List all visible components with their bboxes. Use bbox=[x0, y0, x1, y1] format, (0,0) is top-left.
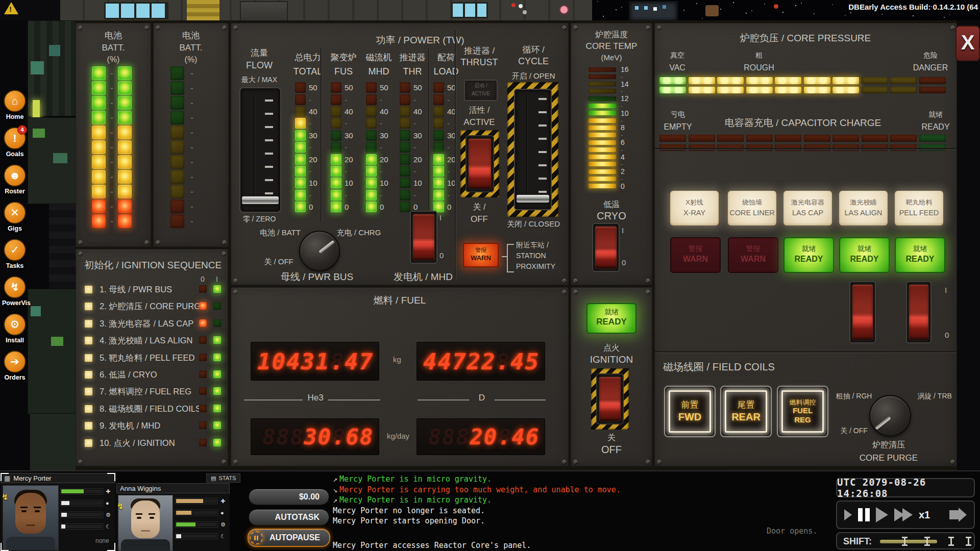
mhd-switch[interactable] bbox=[410, 211, 437, 264]
sequence-checkbox[interactable] bbox=[84, 439, 93, 447]
sequence-checkbox[interactable] bbox=[84, 319, 93, 328]
core-temp-scale-label: - bbox=[621, 175, 623, 183]
battery-led-row: - bbox=[76, 184, 151, 199]
thrust-active-indicator[interactable]: 启动 / ACTIVE bbox=[464, 80, 498, 101]
sequence-checkbox[interactable] bbox=[84, 405, 93, 413]
play-icon[interactable] bbox=[876, 507, 888, 522]
battery-led-row: - bbox=[154, 169, 228, 184]
sidebar-item-home[interactable]: ⌂Home bbox=[2, 90, 28, 120]
sequence-checkbox[interactable] bbox=[84, 421, 93, 430]
sequence-checkbox[interactable] bbox=[84, 302, 93, 311]
core-temp-bar bbox=[589, 126, 616, 130]
sequence-checkbox[interactable] bbox=[84, 387, 93, 396]
crew-card-anna[interactable]: Anna Wiggins ↯ ✚●⚙☾ bbox=[116, 483, 230, 551]
sidebar-item-tasks[interactable]: ✓Tasks bbox=[2, 239, 28, 269]
cycle-slider-handle[interactable] bbox=[517, 195, 549, 203]
mhd-switch-handle[interactable] bbox=[413, 214, 434, 260]
skip-arrow-icon[interactable] bbox=[949, 508, 967, 522]
field-coil-button-fuel-reg[interactable]: 燃料调控FUELREG bbox=[777, 386, 828, 437]
stats-tab[interactable]: ▤ STATS bbox=[206, 473, 240, 483]
flow-slider-track bbox=[254, 95, 255, 198]
pressure-row bbox=[659, 87, 946, 94]
shift-tick[interactable] bbox=[924, 537, 930, 546]
cryo-switch[interactable] bbox=[592, 223, 620, 272]
sequence-checkbox[interactable] bbox=[84, 336, 93, 345]
cryo-off-label: 0 bbox=[622, 258, 626, 267]
screw bbox=[233, 460, 238, 464]
lamp-label-en: WARN bbox=[671, 255, 720, 264]
pressure-segment bbox=[746, 87, 773, 94]
right-systems-panel: 炉腔负压 / CORE PRESSURE 真空 VAC 粗 ROUGH 危险 D… bbox=[654, 23, 957, 466]
sidebar-item-powervis[interactable]: ↯PowerVis bbox=[2, 276, 28, 307]
subsystem-button-las-align[interactable]: 激光校瞄LAS ALIGN bbox=[839, 191, 888, 226]
sidebar-item-install[interactable]: ⚙Install bbox=[2, 313, 28, 344]
core-temp-row: - bbox=[589, 88, 623, 94]
thrust-switch[interactable] bbox=[465, 135, 494, 192]
sequence-checkbox[interactable] bbox=[84, 354, 93, 362]
sidebar-item-label: Home bbox=[2, 113, 28, 120]
crew-portrait[interactable] bbox=[118, 495, 173, 551]
crew-card-mercy[interactable]: ▦ Mercy Porter ↯ ✚●⚙☾ none bbox=[1, 473, 115, 551]
sequence-checkbox[interactable] bbox=[84, 285, 93, 294]
sidebar-item-gigs[interactable]: ✕Gigs bbox=[2, 202, 28, 232]
sequence-on-led bbox=[213, 354, 221, 361]
subsystem-button-core-liner[interactable]: 烧蚀墙CORE LINER bbox=[728, 191, 776, 226]
crew-need-row: ✚ bbox=[61, 487, 111, 495]
screw bbox=[657, 26, 662, 30]
sequence-checkbox[interactable] bbox=[84, 370, 93, 379]
subsystem-button-x-ray[interactable]: X射线X-RAY bbox=[670, 191, 719, 226]
field-coil-button-rear[interactable]: 尾置REAR bbox=[720, 386, 772, 437]
pause-button[interactable] bbox=[858, 508, 870, 521]
subsystem-switch-1-handle[interactable] bbox=[852, 285, 873, 340]
fuel-rate-unit: kg/day bbox=[380, 432, 416, 440]
sidebar-item-goals[interactable]: !4Goals bbox=[2, 127, 28, 158]
mhd-switch-off-label: 0 bbox=[439, 251, 444, 260]
sidebar-item-roster[interactable]: ☻Roster bbox=[2, 164, 28, 195]
sequence-row: 4. 激光校瞄 / LAS ALIGN bbox=[76, 333, 228, 348]
cycle-slider[interactable] bbox=[514, 89, 552, 210]
subsystem-button-pell-feed[interactable]: 靶丸给料PELL FEED bbox=[895, 191, 943, 226]
meter-led bbox=[433, 178, 444, 188]
subsystem-switch-2[interactable] bbox=[906, 281, 932, 343]
divider bbox=[655, 351, 957, 353]
screw bbox=[646, 290, 650, 294]
flow-slider[interactable] bbox=[239, 87, 281, 213]
money-button[interactable]: $0.00 bbox=[249, 489, 329, 505]
meter-led bbox=[433, 142, 444, 153]
subsystem-switch-1[interactable] bbox=[849, 281, 876, 343]
thrust-switch-handle[interactable] bbox=[469, 139, 491, 189]
field-coil-button-face: 前置FWD bbox=[669, 390, 711, 433]
cryo-switch-handle[interactable] bbox=[595, 227, 617, 268]
autotask-button[interactable]: AUTOTASK bbox=[249, 509, 329, 525]
battery-led-row: - bbox=[154, 214, 228, 229]
autopause-button[interactable]: AUTOPAUSE bbox=[248, 529, 330, 547]
shift-tick[interactable] bbox=[902, 537, 908, 546]
roster-icon: ☻ bbox=[4, 164, 26, 187]
battery-panel-1: 电池 BATT. (%) ----------- bbox=[76, 23, 151, 247]
left-station-art bbox=[30, 413, 77, 471]
shift-tick[interactable] bbox=[966, 537, 971, 546]
ignition-switch[interactable] bbox=[596, 373, 624, 424]
meter-scale-label: 50 bbox=[380, 83, 394, 92]
log-arrow-icon: ↘ bbox=[333, 485, 337, 494]
fast-forward-icon[interactable] bbox=[894, 508, 913, 521]
sidebar-item-orders[interactable]: ➔Orders bbox=[2, 350, 28, 381]
core-temp-row: 14 bbox=[589, 81, 629, 87]
subsystem-switch-2-handle[interactable] bbox=[909, 285, 928, 340]
pwrbus-knob[interactable] bbox=[299, 231, 340, 271]
core-temp-scale-label: 12 bbox=[621, 94, 629, 103]
field-coil-button-fwd[interactable]: 前置FWD bbox=[664, 386, 716, 437]
close-button[interactable]: X bbox=[955, 26, 980, 61]
energy-icon: ↯ bbox=[117, 502, 124, 511]
battery-led-row: - bbox=[76, 95, 151, 110]
field-coil-button-label: FWD bbox=[678, 411, 702, 423]
crew-portrait[interactable] bbox=[3, 485, 59, 550]
core-purge-label-cn: 炉腔清压 bbox=[858, 440, 919, 450]
subsystem-button-las-cap[interactable]: 激光电容器LAS CAP bbox=[783, 191, 832, 226]
capacitor-segment bbox=[804, 135, 830, 142]
core-temp-meter: 16-14-12-10-8-6-4-2-0 bbox=[589, 66, 645, 191]
play-small-icon[interactable] bbox=[844, 509, 852, 520]
flow-slider-handle[interactable] bbox=[242, 196, 279, 204]
shift-tick[interactable] bbox=[948, 537, 954, 546]
ignition-switch-handle[interactable] bbox=[599, 377, 621, 421]
